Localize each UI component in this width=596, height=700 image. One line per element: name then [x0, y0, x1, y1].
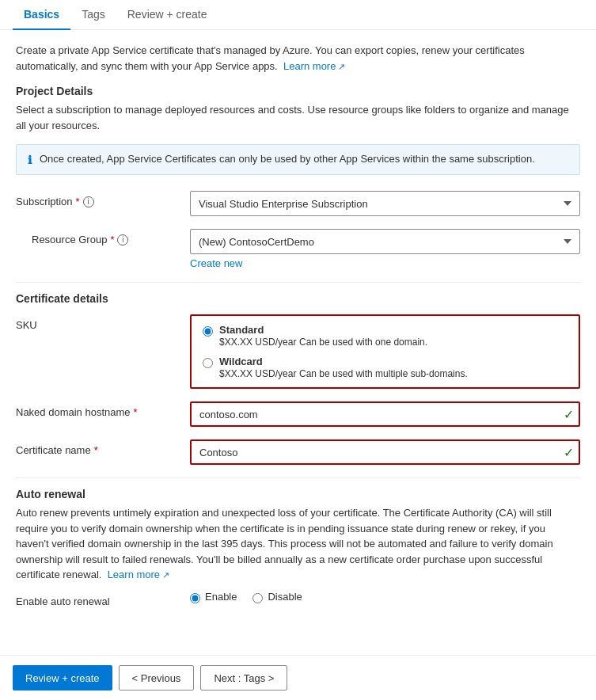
sku-row: SKU Standard $XX.XX USD/year Can be used…	[16, 314, 580, 389]
review-create-button[interactable]: Review + create	[13, 665, 112, 690]
sku-standard-label: Standard $XX.XX USD/year Can be used wit…	[219, 324, 427, 348]
certificate-name-wrapper: ✓	[190, 439, 580, 465]
sku-control: Standard $XX.XX USD/year Can be used wit…	[190, 314, 580, 389]
divider-1	[16, 282, 580, 283]
certificate-name-control: ✓	[190, 439, 580, 465]
naked-domain-input[interactable]	[190, 401, 580, 427]
info-box-text: Once created, App Service Certificates c…	[40, 153, 535, 165]
tab-review-create[interactable]: Review + create	[116, 0, 218, 30]
main-content: Create a private App Service certificate…	[0, 30, 596, 655]
description-learn-more[interactable]: Learn more	[283, 60, 346, 72]
page-description: Create a private App Service certificate…	[16, 43, 580, 74]
auto-renewal-options: Enable Disable	[190, 591, 580, 603]
sku-standard-radio[interactable]	[203, 326, 213, 337]
auto-renewal-disable-radio[interactable]	[252, 593, 263, 603]
auto-renewal-enable-radio[interactable]	[190, 593, 200, 603]
naked-domain-wrapper: ✓	[190, 401, 580, 427]
certificate-name-valid-icon: ✓	[564, 445, 574, 460]
tab-tags[interactable]: Tags	[70, 0, 116, 30]
divider-2	[16, 477, 580, 478]
create-new-link[interactable]: Create new	[190, 257, 242, 269]
info-icon: ℹ	[28, 154, 32, 166]
subscription-label: Subscription * i	[16, 191, 190, 207]
tab-bar: Basics Tags Review + create	[0, 0, 596, 30]
auto-renewal-desc: Auto renew prevents untimely expiration …	[16, 505, 580, 583]
auto-renewal-learn-more[interactable]: Learn more	[108, 569, 170, 580]
resource-group-control: (New) ContosoCertDemo Create new	[190, 229, 580, 269]
previous-button[interactable]: < Previous	[119, 665, 195, 690]
footer: Review + create < Previous Next : Tags >	[0, 655, 596, 700]
tab-basics[interactable]: Basics	[13, 0, 70, 30]
auto-renewal-section: Auto renewal Auto renew prevents untimel…	[16, 488, 580, 583]
sku-wildcard-label: Wildcard $XX.XX USD/year Can be used wit…	[219, 356, 468, 379]
auto-renewal-title: Auto renewal	[16, 488, 580, 500]
resource-group-label: Resource Group * i	[32, 229, 190, 245]
resource-group-select[interactable]: (New) ContosoCertDemo	[190, 229, 580, 254]
naked-domain-label: Naked domain hostname *	[16, 401, 190, 418]
certificate-name-label: Certificate name *	[16, 439, 190, 456]
resource-group-info-icon[interactable]: i	[117, 234, 128, 245]
subscription-required: *	[76, 196, 80, 207]
subscription-control: Visual Studio Enterprise Subscription	[190, 191, 580, 216]
next-tags-button[interactable]: Next : Tags >	[200, 665, 287, 690]
resource-group-required: *	[110, 234, 114, 245]
naked-domain-required: *	[134, 406, 138, 418]
project-details-title: Project Details	[16, 85, 580, 97]
certificate-name-input[interactable]	[190, 439, 580, 465]
naked-domain-row: Naked domain hostname * ✓	[16, 401, 580, 427]
enable-auto-renewal-row: Enable auto renewal Enable Disable	[16, 591, 580, 607]
certificate-name-row: Certificate name * ✓	[16, 439, 580, 465]
sku-wildcard-option: Wildcard $XX.XX USD/year Can be used wit…	[203, 356, 568, 379]
subscription-row: Subscription * i Visual Studio Enterpris…	[16, 191, 580, 216]
certificate-name-required: *	[94, 444, 98, 456]
sku-options: Standard $XX.XX USD/year Can be used wit…	[190, 314, 580, 389]
app-container: Basics Tags Review + create Create a pri…	[0, 0, 596, 700]
enable-auto-renewal-control: Enable Disable	[190, 591, 580, 603]
sku-standard-option: Standard $XX.XX USD/year Can be used wit…	[203, 324, 568, 348]
auto-renewal-enable-option: Enable	[190, 591, 237, 603]
enable-auto-renewal-label: Enable auto renewal	[16, 591, 190, 607]
certificate-details-title: Certificate details	[16, 292, 580, 305]
naked-domain-control: ✓	[190, 401, 580, 427]
project-details-desc: Select a subscription to manage deployed…	[16, 102, 580, 133]
subscription-info-icon[interactable]: i	[83, 196, 94, 207]
auto-renewal-disable-option: Disable	[252, 591, 302, 603]
resource-group-row: Resource Group * i (New) ContosoCertDemo…	[16, 229, 580, 269]
sku-wildcard-radio[interactable]	[203, 358, 213, 368]
info-box: ℹ Once created, App Service Certificates…	[16, 144, 580, 175]
naked-domain-valid-icon: ✓	[564, 407, 574, 422]
subscription-select[interactable]: Visual Studio Enterprise Subscription	[190, 191, 580, 216]
sku-label: SKU	[16, 314, 190, 331]
